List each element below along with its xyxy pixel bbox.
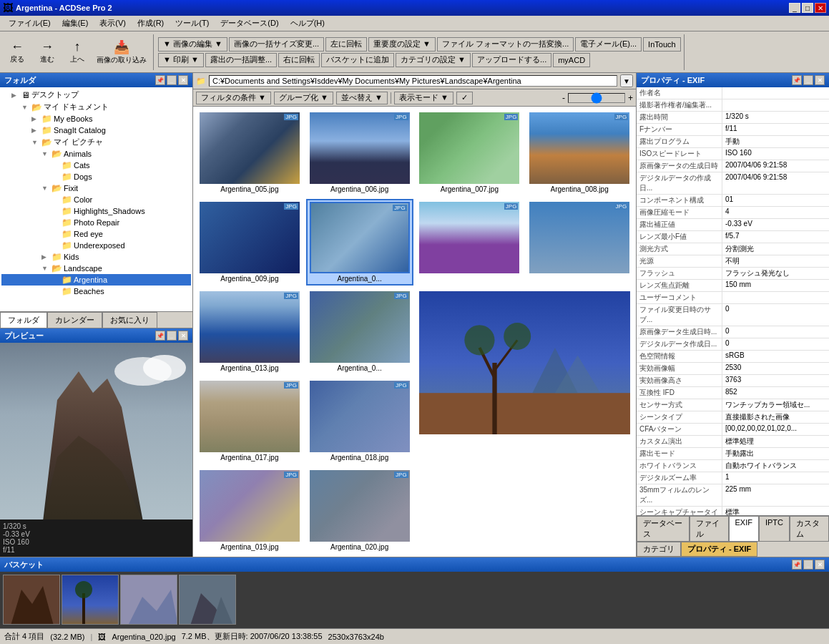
batch-size-button[interactable]: 画像の一括サイズ変更... — [229, 37, 324, 52]
basket-thumb-3[interactable] — [120, 575, 177, 625]
thumb-item-arg6[interactable]: JPG Argentina_006.jpg — [306, 109, 413, 196]
filter-button[interactable]: フィルタの条件 ▼ — [196, 92, 271, 104]
basket-minimize-button[interactable]: _ — [803, 560, 813, 570]
path-input[interactable] — [209, 75, 617, 87]
priority-button[interactable]: 重要度の設定 ▼ — [368, 37, 436, 52]
panel-pin-button[interactable]: 📌 — [155, 75, 165, 85]
tree-item-photorepair[interactable]: 📁 Photo Repair — [1, 217, 191, 228]
print-button[interactable]: ▼ 印刷 ▼ — [158, 53, 204, 67]
back-button[interactable]: ← 戻る — [3, 37, 31, 67]
maximize-button[interactable]: □ — [802, 3, 813, 13]
category-button[interactable]: カテゴリの設定 ▼ — [396, 53, 471, 67]
exif-pin-button[interactable]: 📌 — [792, 75, 802, 85]
import-button[interactable]: 📥 画像の取り込み — [93, 37, 150, 67]
tree-item-dogs[interactable]: 📁 Dogs — [1, 171, 191, 182]
thumb-item-arg7[interactable]: JPG Argentina_007.jpg — [416, 109, 524, 196]
thumb-item-arg17[interactable]: JPG Argentina_017.jpg — [196, 378, 303, 464]
exif-close-button[interactable]: ✕ — [815, 75, 825, 85]
folder-icon: 📁 — [62, 160, 72, 170]
minimize-button[interactable]: _ — [789, 3, 800, 13]
tree-item-argentina[interactable]: 📁 Argentina — [1, 274, 191, 286]
zoom-slider[interactable] — [568, 93, 625, 103]
menu-tools[interactable]: ツール(T) — [170, 16, 215, 30]
myacd-button[interactable]: myACD — [553, 53, 590, 67]
sort-button[interactable]: 並べ替え ▼ — [336, 92, 388, 104]
thumb-item-arg12[interactable]: JPG — [526, 199, 633, 286]
tree-item-kids[interactable]: ▶ 📁 Kids — [1, 251, 191, 263]
path-dropdown-button[interactable]: ▼ — [620, 74, 633, 87]
cat-tab-properties[interactable]: プロパティ - EXIF — [681, 542, 757, 557]
thumb-item-arg14[interactable]: JPG Argentina_0... — [306, 288, 413, 375]
basket-add-button[interactable]: バスケットに追加 — [321, 53, 394, 67]
basket-thumb-1[interactable] — [3, 575, 60, 625]
upload-button[interactable]: アップロードする... — [472, 53, 551, 67]
tree-item-color[interactable]: 📁 Color — [1, 194, 191, 205]
tree-item-cats[interactable]: 📁 Cats — [1, 160, 191, 171]
thumb-item-arg19[interactable]: JPG Argentina_019.jpg — [196, 467, 303, 554]
menu-create[interactable]: 作成(R) — [132, 16, 170, 30]
cat-tab-category[interactable]: カテゴリ — [637, 542, 681, 557]
exif-row-fnumber: Fナンバーf/11 — [637, 124, 829, 136]
thumb-item-arg13[interactable]: JPG Argentina_013.jpg — [196, 288, 303, 375]
menu-edit[interactable]: 編集(E) — [57, 16, 94, 30]
basket-close-button[interactable]: ✕ — [815, 560, 825, 570]
exposure-button[interactable]: 露出の一括調整... — [205, 53, 277, 67]
menu-database[interactable]: データベース(D) — [215, 16, 284, 30]
panel-minimize-button[interactable]: _ — [167, 75, 177, 85]
check-button[interactable]: ✓ — [456, 92, 473, 104]
tree-item-underexposed[interactable]: 📁 Underexposed — [1, 240, 191, 251]
thumb-item-arg11[interactable]: JPG — [416, 199, 524, 286]
exif-minimize-button[interactable]: _ — [803, 75, 813, 85]
tree-item-highlights[interactable]: 📁 Highlights_Shadows — [1, 205, 191, 217]
menu-view[interactable]: 表示(V) — [94, 16, 132, 30]
tree-item-animals[interactable]: ▼ 📂 Animals — [1, 148, 191, 160]
rotate-right-button[interactable]: 右に回転 — [278, 53, 320, 67]
group-button[interactable]: グループ化 ▼ — [274, 92, 333, 104]
close-button[interactable]: ✕ — [815, 3, 826, 13]
intouch-button[interactable]: InTouch — [643, 37, 681, 52]
tree-item-redeye[interactable]: 📁 Red eye — [1, 228, 191, 240]
exif-tab-database[interactable]: データベース — [637, 516, 690, 541]
forward-button[interactable]: → 進む — [33, 37, 62, 67]
up-button[interactable]: ↑ 上へ — [63, 37, 92, 67]
view-mode-button[interactable]: 表示モード ▼ — [394, 92, 453, 104]
menu-file[interactable]: ファイル(E) — [3, 16, 57, 30]
zoom-minus-icon: - — [562, 93, 565, 103]
tab-favorites[interactable]: お気に入り — [102, 312, 157, 328]
tree-item-desktop[interactable]: ▶ 🖥 デスクトップ — [1, 89, 191, 101]
thumb-item-arg8[interactable]: JPG Argentina_008.jpg — [526, 109, 633, 196]
folder-tree[interactable]: ▶ 🖥 デスクトップ ▼ 📂 マイ ドキュメント ▶ 📁 My eBooks ▶… — [0, 87, 192, 311]
rotate-left-button[interactable]: 左に回転 — [325, 37, 367, 52]
thumb-item-arg9[interactable]: JPG Argentina_009.jpg — [196, 199, 303, 286]
basket-thumb-4[interactable] — [179, 575, 236, 625]
thumb-item-arg10[interactable]: JPG Argentina_0... — [306, 199, 413, 286]
basket-pin-button[interactable]: 📌 — [792, 560, 802, 570]
thumb-item-arg5[interactable]: JPG Argentina_005.jpg — [196, 109, 303, 196]
edit-image-button[interactable]: ▼ 画像の編集 ▼ — [158, 37, 227, 52]
tree-item-landscape[interactable]: ▼ 📂 Landscape — [1, 263, 191, 274]
tree-item-mydocs[interactable]: ▼ 📂 マイ ドキュメント — [1, 101, 191, 113]
tree-item-beaches[interactable]: 📁 Beaches — [1, 286, 191, 297]
tree-item-snagit[interactable]: ▶ 📁 SnagIt Catalog — [1, 125, 191, 136]
thumbnail-grid[interactable]: JPG Argentina_005.jpg JPG Argentina_006.… — [193, 107, 636, 557]
preview-pin-button[interactable]: 📌 — [155, 331, 165, 341]
preview-minimize-button[interactable]: _ — [167, 331, 177, 341]
tab-folders[interactable]: フォルダ — [0, 312, 47, 328]
exif-tab-file[interactable]: ファイル — [690, 516, 729, 541]
panel-close-button[interactable]: ✕ — [178, 75, 188, 85]
thumb-item-arg15[interactable]: JPG — [416, 288, 634, 464]
exif-tab-custom[interactable]: カスタム — [790, 516, 829, 541]
format-button[interactable]: ファイル フォーマットの一括変換... — [437, 37, 574, 52]
exif-tab-exif[interactable]: EXIF — [729, 516, 759, 541]
thumb-item-arg18[interactable]: JPG Argentina_018.jpg — [306, 378, 413, 464]
thumb-item-arg20[interactable]: JPG Argentina_020.jpg — [306, 467, 413, 554]
preview-close-button[interactable]: ✕ — [178, 331, 188, 341]
basket-thumb-2[interactable] — [62, 575, 119, 625]
tree-item-fixit[interactable]: ▼ 📂 Fixit — [1, 182, 191, 194]
tab-calendar[interactable]: カレンダー — [47, 312, 102, 328]
exif-tab-iptc[interactable]: IPTC — [759, 516, 790, 541]
tree-item-mypictures[interactable]: ▼ 📂 マイ ピクチャ — [1, 136, 191, 148]
email-button[interactable]: 電子メール(E)... — [575, 37, 642, 52]
tree-item-myebooks[interactable]: ▶ 📁 My eBooks — [1, 113, 191, 125]
menu-help[interactable]: ヘルプ(H) — [285, 16, 330, 30]
